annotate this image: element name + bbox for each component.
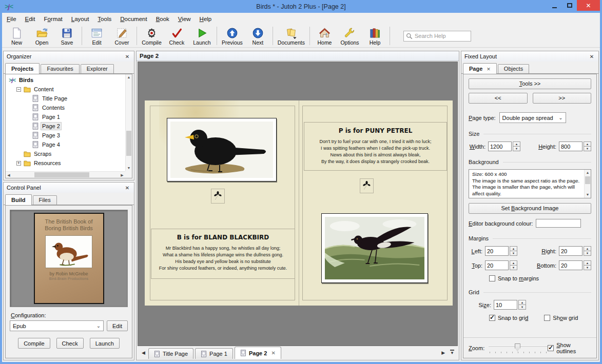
margin-top-stepper[interactable]: ▲▼ [510, 260, 517, 270]
tree-item-birds[interactable]: >j<Birds [6, 75, 125, 85]
tab-files[interactable]: Files [33, 195, 57, 206]
width-input[interactable] [488, 141, 512, 151]
petrel-image[interactable] [321, 213, 428, 283]
minimize-button[interactable] [547, 0, 562, 11]
tab-projects[interactable]: Projects [5, 63, 40, 74]
page-spread[interactable]: B is for BLAND BLACKBIRD Mr Blackbird ha… [145, 100, 453, 306]
tree-item-scraps[interactable]: Scraps [6, 149, 125, 158]
margin-right-stepper[interactable]: ▲▼ [584, 246, 591, 256]
close-icon[interactable]: ✕ [588, 54, 595, 59]
grid-size-stepper[interactable]: ▲▼ [518, 300, 526, 310]
editor-background-colour-swatch[interactable] [536, 219, 581, 228]
tree-item-title-page[interactable]: Title Page [6, 94, 125, 103]
tabs-scroll-left-icon[interactable]: ◀ [139, 350, 148, 355]
width-stepper[interactable]: ▲▼ [513, 141, 520, 151]
menu-view[interactable]: View [178, 16, 191, 22]
menu-book[interactable]: Book [156, 16, 169, 22]
tree-item-page-2[interactable]: Page 2 [6, 122, 125, 131]
launch-button[interactable]: Launch [90, 338, 120, 349]
tree-item-resources[interactable]: +Resources [6, 158, 125, 168]
menu-format[interactable]: Format [44, 16, 62, 22]
scroll-left-icon[interactable]: ◀ [6, 172, 12, 178]
blackbird-text-block[interactable]: B is for BLAND BLACKBIRD Mr Blackbird ha… [151, 229, 295, 279]
configuration-select[interactable]: Epub ⌄ [10, 320, 104, 331]
collapse-icon[interactable]: − [16, 87, 21, 92]
toolbar-button-options[interactable]: Options [337, 25, 362, 47]
margin-right-input[interactable] [559, 246, 582, 256]
scroll-thumb[interactable] [126, 131, 131, 156]
tree-item-content[interactable]: −Content [6, 85, 125, 94]
margin-bottom-stepper[interactable]: ▲▼ [584, 260, 591, 270]
height-input[interactable] [559, 141, 582, 151]
snap-to-margins-checkbox[interactable] [489, 275, 495, 281]
menu-edit[interactable]: Edit [25, 16, 35, 22]
scroll-thumb[interactable] [34, 172, 89, 177]
scroll-up-icon[interactable]: ▲ [585, 170, 591, 176]
tab-objects[interactable]: Objects [498, 64, 529, 75]
close-icon[interactable]: ✕ [124, 54, 131, 59]
menu-document[interactable]: Document [120, 16, 147, 22]
zoom-slider[interactable] [489, 343, 548, 353]
tree-item-page-3[interactable]: Page 3 [6, 131, 125, 140]
check-button[interactable]: Check [56, 338, 84, 349]
edit-configuration-button[interactable]: Edit [107, 320, 128, 331]
maximize-button[interactable] [562, 0, 577, 11]
tools-button[interactable]: Tools >> [469, 78, 591, 89]
next-page-button[interactable]: >> [533, 93, 592, 104]
info-scrollbar[interactable]: ▲ ▼ [584, 170, 591, 198]
tabs-scroll-right-icon[interactable]: ▶ [441, 350, 445, 355]
toolbar-button-documents[interactable]: Documents [275, 25, 307, 47]
tab-build[interactable]: Build [5, 194, 32, 205]
right-ornament[interactable] [360, 178, 374, 193]
toolbar-button-save[interactable]: Save [54, 25, 80, 47]
toolbar-button-open[interactable]: Open [29, 25, 54, 47]
menu-tools[interactable]: Tools [98, 16, 111, 22]
expand-icon[interactable]: + [16, 161, 21, 166]
tree-vertical-scrollbar[interactable]: ▲ ▼ [125, 74, 132, 171]
menu-help[interactable]: Help [200, 16, 212, 22]
toolbar-button-check[interactable]: Check [164, 25, 189, 47]
toolbar-button-help[interactable]: Help [362, 25, 387, 47]
margin-bottom-input[interactable] [559, 260, 582, 270]
tree-item-page-1[interactable]: Page 1 [6, 112, 125, 122]
show-grid-checkbox[interactable] [544, 315, 550, 321]
tab-explorer[interactable]: Explorer [81, 64, 114, 75]
editor-canvas[interactable]: B is for BLAND BLACKBIRD Mr Blackbird ha… [138, 62, 458, 346]
toolbar-button-compile[interactable]: Compile [139, 25, 164, 47]
set-background-image-button[interactable]: Set Background Image [469, 203, 591, 214]
menu-layout[interactable]: Layout [71, 16, 89, 22]
document-tab-page-1[interactable]: Page 1 [195, 348, 233, 359]
scroll-down-icon[interactable]: ▼ [585, 192, 591, 198]
close-button[interactable]: ✕ [577, 0, 600, 11]
toolbar-button-new[interactable]: New [4, 25, 29, 47]
tree-horizontal-scrollbar[interactable]: ◀ ▶ [6, 171, 125, 178]
zoom-slider-thumb[interactable] [515, 343, 520, 352]
close-tab-icon[interactable]: ✕ [487, 67, 491, 72]
toolbar-button-cover[interactable]: Cover [109, 25, 134, 47]
page-type-select[interactable]: Double page spread ⌄ [499, 112, 566, 123]
previous-page-button[interactable]: << [469, 93, 528, 104]
margin-top-input[interactable] [485, 260, 509, 270]
show-outlines-checkbox[interactable] [548, 345, 554, 351]
toolbar-button-home[interactable]: Home [312, 25, 337, 47]
background-info-box[interactable]: Size: 600 x 400 The image is the same as… [469, 169, 591, 198]
close-tab-icon[interactable]: ✕ [271, 350, 275, 356]
tab-favourites[interactable]: Favourites [41, 64, 79, 75]
tree-item-page-4[interactable]: Page 4 [6, 140, 125, 149]
menu-file[interactable]: File [7, 16, 16, 22]
toolbar-button-launch[interactable]: Launch [189, 25, 215, 47]
snap-to-grid-checkbox[interactable] [489, 315, 495, 321]
scroll-down-icon[interactable]: ▼ [126, 165, 132, 171]
compile-button[interactable]: Compile [18, 338, 50, 349]
scroll-thumb[interactable] [585, 176, 590, 184]
document-tab-page-2[interactable]: Page 2✕ [235, 347, 281, 359]
margin-left-input[interactable] [485, 246, 509, 256]
close-icon[interactable]: ✕ [124, 185, 131, 191]
tabs-overflow-icon[interactable]: ▼ [450, 350, 454, 355]
toolbar-button-next[interactable]: Next [245, 25, 270, 47]
grid-size-input[interactable] [494, 300, 517, 310]
scroll-up-icon[interactable]: ▲ [126, 74, 132, 80]
blackbird-image[interactable] [167, 118, 277, 181]
tab-page[interactable]: Page✕ [463, 63, 497, 74]
document-tab-title-page[interactable]: Title Page [148, 348, 193, 359]
